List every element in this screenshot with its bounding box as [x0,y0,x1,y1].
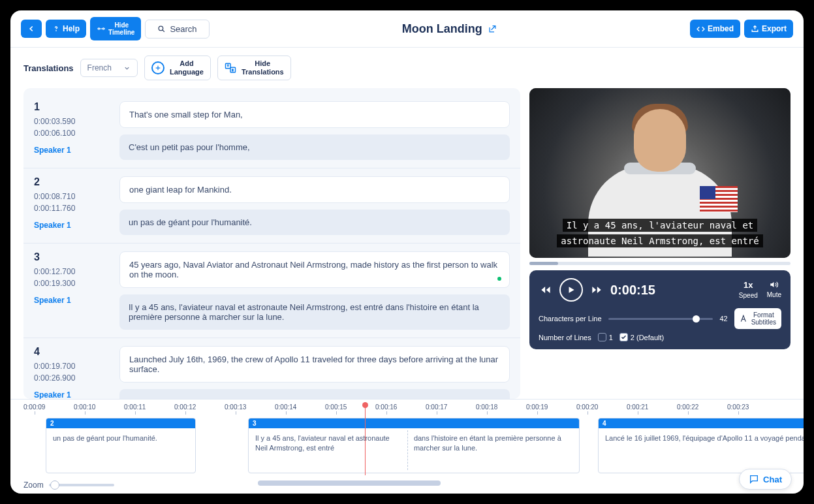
chat-icon [749,474,759,484]
ruler-tick: 0:00:11 [124,403,146,411]
zoom-label: Zoom [23,480,44,490]
ruler-tick: 0:00:10 [74,403,95,411]
help-label: Help [63,24,80,33]
segment-end: 0:00:06.100 [34,127,109,139]
timeline-clip[interactable]: 2un pas de géant pour l'humanité. [46,418,196,473]
segment-speaker[interactable]: Speaker 1 [34,221,109,230]
rewind-button[interactable] [539,283,553,297]
segment-start: 0:00:19.700 [34,360,109,372]
cpl-value: 42 [719,315,727,323]
add-language-button[interactable]: Add Language [144,55,211,80]
playback-time: 0:00:15 [610,283,655,298]
embed-label: Embed [708,24,734,33]
ruler-tick: 0:00:13 [225,403,246,411]
segment-row[interactable]: 1 0:00:03.590 0:00:06.100 Speaker 1 That… [23,93,520,168]
segment-meta: 3 0:00:12.700 0:00:19.300 Speaker 1 [34,251,109,330]
nol-label: Number of Lines [539,334,591,341]
back-button[interactable] [21,20,42,38]
ruler-tick: 0:00:16 [375,403,397,411]
timeline-clip[interactable]: 3Il y a 45 ans, l'aviateur naval et astr… [248,418,580,473]
segment-text[interactable]: 45 years ago, Naval Aviator and Astronau… [119,251,510,288]
segment-translation[interactable]: Il y a 45 ans, l'aviateur naval et astro… [119,294,510,330]
zoom-control[interactable]: Zoom [10,478,127,492]
help-button[interactable]: Help [46,20,86,38]
arrow-left-icon [27,24,36,33]
zoom-slider[interactable] [49,484,114,486]
export-label: Export [762,24,787,33]
help-icon [52,25,60,33]
segment-start: 0:00:03.590 [34,116,109,127]
ruler-tick: 0:00:14 [275,403,296,411]
timeline-ruler[interactable]: 0:00:090:00:100:00:110:00:120:00:130:00:… [10,403,804,418]
segments-panel: 1 0:00:03.590 0:00:06.100 Speaker 1 That… [23,88,520,399]
playhead[interactable] [365,402,366,475]
video-controls: 0:00:15 1xSpeed Mute Characters per Line… [529,270,791,349]
svg-point-2 [102,28,104,29]
language-select[interactable]: French [80,59,138,77]
segment-translation[interactable]: Lancé le 16 juillet 1969, l'équipage d'A… [119,389,510,399]
segment-speaker[interactable]: Speaker 1 [34,146,109,155]
edit-title-icon[interactable] [488,24,497,34]
segment-translation[interactable]: C'est un petit pas pour l'homme, [119,134,510,160]
hide-translations-label: Hide Translations [242,59,284,76]
segment-row[interactable]: 3 0:00:12.700 0:00:19.300 Speaker 1 45 y… [23,244,520,338]
svg-point-0 [56,31,57,31]
translations-label: Translations [23,63,74,73]
segment-translation[interactable]: un pas de géant pour l'humanité. [119,210,510,235]
forward-button[interactable] [589,283,604,297]
segment-row[interactable]: 2 0:00:08.710 0:00:11.760 Speaker 1 one … [23,168,520,244]
video-caption: Il y a 45 ans, l'aviateur naval et astro… [542,218,777,249]
chat-button[interactable]: Chat [739,469,792,490]
segment-meta: 4 0:00:19.700 0:00:26.900 Speaker 1 [34,346,109,399]
page-title: Moon Landing [210,22,690,36]
timeline-icon [97,24,106,33]
timeline-tracks[interactable]: 2un pas de géant pour l'humanité.3Il y a… [46,418,804,478]
format-subtitles-button[interactable]: Format Subtitles [734,308,781,329]
timeline-scrollbar[interactable] [258,480,441,486]
hide-timeline-button[interactable]: Hide Timeline [90,17,141,40]
segment-start: 0:00:08.710 [34,191,109,202]
segment-text[interactable]: Launched July 16th, 1969, the crew of Ap… [119,346,510,383]
speed-control[interactable]: 1xSpeed [739,280,758,300]
hide-translations-button[interactable]: Hide Translations [217,55,291,80]
video-progress[interactable] [529,262,791,265]
video-panel: Il y a 45 ans, l'aviateur naval et astro… [529,88,804,399]
search-input[interactable]: Search [145,20,209,39]
export-icon [751,25,759,33]
caption-line1: Il y a 45 ans, l'aviateur naval et [563,219,758,232]
subbar: Translations French Add Language Hide Tr… [10,48,804,88]
export-button[interactable]: Export [744,20,793,38]
embed-button[interactable]: Embed [690,20,740,38]
chat-label: Chat [763,475,782,484]
mute-button[interactable]: Mute [767,280,781,300]
segment-text[interactable]: That's one small step for Man, [119,101,510,128]
ruler-tick: 0:00:09 [23,403,45,411]
segments-list[interactable]: 1 0:00:03.590 0:00:06.100 Speaker 1 That… [23,88,520,399]
volume-icon [768,280,779,289]
video-preview[interactable]: Il y a 45 ans, l'aviateur naval et astro… [529,88,791,258]
lines-1-checkbox[interactable]: 1 [598,333,613,341]
segment-start: 0:00:12.700 [34,266,109,277]
topbar-left: Help Hide Timeline Search [21,17,210,40]
segment-speaker[interactable]: Speaker 1 [34,390,109,399]
search-placeholder: Search [170,24,196,34]
segment-number: 4 [34,346,109,358]
cpl-slider[interactable] [608,318,713,320]
cpl-label: Characters per Line [539,315,602,323]
timeline: 0:00:090:00:100:00:110:00:120:00:130:00:… [10,399,804,494]
segment-body: 45 years ago, Naval Aviator and Astronau… [119,251,510,330]
topbar: Help Hide Timeline Search Moon Landing E… [10,10,804,48]
ruler-tick: 0:00:23 [727,403,749,411]
segment-end: 0:00:26.900 [34,372,109,384]
segment-speaker[interactable]: Speaker 1 [34,296,109,305]
chevron-down-icon [123,65,131,72]
segment-text[interactable]: one giant leap for Mankind. [119,176,510,203]
clip-number: 4 [599,418,804,428]
topbar-right: Embed Export [690,20,793,38]
segment-body: Launched July 16th, 1969, the crew of Ap… [119,346,510,399]
segment-body: one giant leap for Mankind. un pas de gé… [119,176,510,235]
lines-2-checkbox[interactable]: 2 (Default) [619,333,664,341]
segment-row[interactable]: 4 0:00:19.700 0:00:26.900 Speaker 1 Laun… [23,338,520,399]
timeline-clip[interactable]: 4Lancé le 16 juillet 1969, l'équipage d'… [598,418,804,473]
play-button[interactable] [559,278,583,302]
